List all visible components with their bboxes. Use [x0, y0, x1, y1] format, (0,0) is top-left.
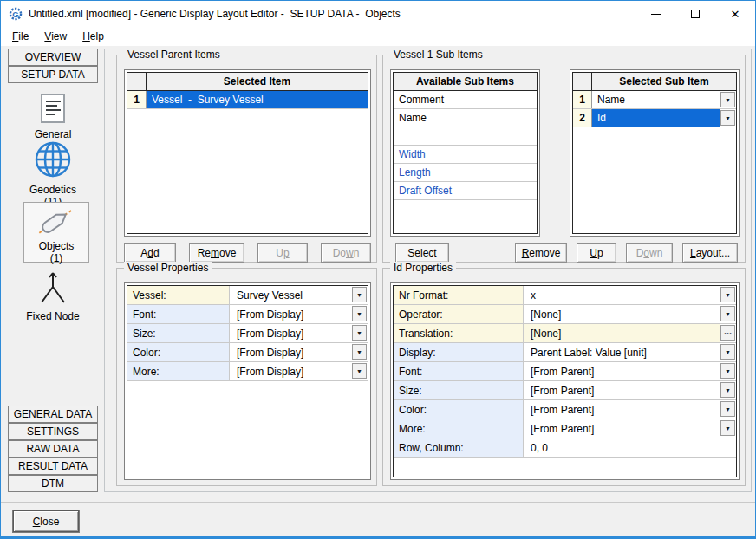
id-properties-grid: Nr Format: x ▼ Operator: [None] ▼ Transl…: [390, 282, 740, 480]
sidebar-tab-result-data[interactable]: RESULT DATA: [8, 458, 98, 475]
property-row: Translation: [None] ...: [394, 324, 736, 343]
remove-button[interactable]: Remove: [189, 243, 244, 263]
dropdown-arrow-icon[interactable]: ▼: [352, 306, 367, 321]
sidebar-item-objects[interactable]: Objects (1): [23, 202, 89, 263]
node-icon: [37, 270, 68, 306]
row-number-header: [573, 73, 592, 90]
property-value[interactable]: [From Parent]: [524, 400, 720, 419]
group-vessel-properties: Vessel Properties Vessel: Survey Vessel …: [116, 268, 377, 486]
sidebar-item-general[interactable]: General: [11, 93, 94, 140]
dropdown-arrow-icon[interactable]: ▼: [720, 363, 735, 379]
property-value[interactable]: [From Display]: [230, 305, 352, 323]
table-header: Selected Sub Item: [573, 73, 736, 91]
svg-text:G: G: [12, 10, 18, 19]
group-id-properties: Id Properties Nr Format: x ▼ Operator: […: [382, 268, 746, 486]
row-value[interactable]: Name: [592, 91, 720, 108]
dropdown-arrow-icon[interactable]: ▼: [720, 306, 735, 321]
document-icon: [39, 93, 67, 124]
available-sub-items-table: Available Sub Items Comment Name Id Widt…: [390, 69, 540, 237]
add-button[interactable]: Add: [124, 243, 176, 263]
dropdown-arrow-icon[interactable]: ▼: [720, 382, 735, 398]
minimize-icon: [651, 14, 661, 15]
property-value: 0, 0: [524, 438, 736, 457]
property-value[interactable]: [From Display]: [230, 343, 352, 361]
group-title: Id Properties: [390, 262, 456, 274]
main-area: OVERVIEW SETUP DATA General Geodetics: [1, 46, 755, 536]
dropdown-arrow-icon[interactable]: ▼: [352, 363, 367, 379]
property-row: Size: [From Parent] ▼: [394, 381, 736, 400]
property-label: Font:: [127, 305, 230, 323]
property-value[interactable]: [From Display]: [230, 362, 352, 380]
property-label: Display:: [394, 343, 524, 361]
group-vessel-sub-items: Vessel 1 Sub Items Available Sub Items C…: [382, 55, 746, 263]
table-row[interactable]: 1 Vessel - Survey Vessel: [127, 91, 368, 109]
sidebar-item-geodetics[interactable]: Geodetics (11): [11, 140, 94, 208]
table-header: Available Sub Items: [394, 73, 537, 91]
property-row: More: [From Parent] ▼: [394, 419, 736, 438]
sidebar-tab-general-data[interactable]: GENERAL DATA: [8, 406, 98, 423]
title-bar: G Untitled.xml [modified] - Generic Disp…: [1, 1, 755, 27]
select-button[interactable]: Select: [395, 243, 449, 263]
vessel-icon: [34, 206, 79, 236]
down-sub-button: Down: [626, 243, 673, 263]
property-value[interactable]: [None]: [524, 324, 720, 342]
property-value[interactable]: [None]: [524, 305, 720, 323]
minimize-button[interactable]: [635, 1, 675, 27]
property-value[interactable]: [From Parent]: [524, 419, 720, 438]
close-button[interactable]: Close: [13, 510, 79, 532]
property-row: Color: [From Display] ▼: [127, 343, 368, 362]
dropdown-arrow-icon[interactable]: ▼: [352, 287, 367, 302]
property-value[interactable]: Parent Label: Value [unit]: [524, 343, 720, 361]
table-row[interactable]: 1 Name ▼: [573, 91, 736, 109]
row-value[interactable]: Id: [592, 109, 720, 127]
ellipsis-button[interactable]: ...: [720, 325, 735, 341]
sidebar-tab-raw-data[interactable]: RAW DATA: [8, 440, 98, 458]
list-item[interactable]: Id: [394, 127, 537, 146]
sidebar-tab-dtm[interactable]: DTM: [8, 475, 98, 492]
app-gear-g-icon: G: [9, 7, 23, 21]
close-window-button[interactable]: ✕: [715, 1, 755, 27]
layout-button[interactable]: Layout...: [682, 243, 738, 263]
property-row: Nr Format: x ▼: [394, 286, 736, 305]
property-label: Vessel:: [127, 286, 230, 304]
property-value[interactable]: Survey Vessel: [230, 286, 352, 304]
property-label: Operator:: [394, 305, 524, 323]
menu-file[interactable]: File: [4, 29, 36, 44]
list-item[interactable]: Length: [394, 164, 537, 182]
row-value[interactable]: Vessel - Survey Vessel: [147, 91, 368, 108]
list-item[interactable]: Name: [394, 109, 537, 127]
row-number-header: [127, 73, 147, 90]
vessel-properties-grid: Vessel: Survey Vessel ▼ Font: [From Disp…: [124, 282, 371, 480]
menu-bar: File View Help: [1, 27, 755, 46]
sub-items-buttons: Remove Up Down Layout...: [515, 243, 738, 263]
sidebar-tab-overview[interactable]: OVERVIEW: [8, 49, 98, 66]
property-label: Size:: [394, 381, 524, 399]
remove-sub-button[interactable]: Remove: [515, 243, 567, 263]
dropdown-arrow-icon[interactable]: ▼: [720, 401, 735, 417]
property-value[interactable]: [From Parent]: [524, 381, 720, 399]
row-number: 2: [573, 109, 592, 127]
property-label: Nr Format:: [394, 286, 524, 304]
maximize-button[interactable]: [675, 1, 715, 27]
dropdown-arrow-icon[interactable]: ▼: [352, 325, 367, 341]
dropdown-arrow-icon[interactable]: ▼: [720, 110, 735, 126]
property-value[interactable]: [From Display]: [230, 324, 352, 342]
menu-help[interactable]: Help: [75, 29, 112, 44]
table-row[interactable]: 2 Id ▼: [573, 109, 736, 127]
list-item[interactable]: Draft Offset: [394, 182, 537, 200]
sidebar-tab-settings[interactable]: SETTINGS: [8, 423, 98, 440]
list-item[interactable]: Comment: [394, 91, 537, 109]
menu-view[interactable]: View: [36, 29, 75, 44]
list-item[interactable]: Width: [394, 146, 537, 164]
property-value[interactable]: [From Parent]: [524, 362, 720, 380]
dropdown-arrow-icon[interactable]: ▼: [720, 287, 735, 302]
dropdown-arrow-icon[interactable]: ▼: [352, 344, 367, 360]
property-value[interactable]: x: [524, 286, 720, 304]
dropdown-arrow-icon[interactable]: ▼: [720, 420, 735, 436]
sidebar-item-fixed-node[interactable]: Fixed Node: [11, 270, 94, 322]
up-sub-button[interactable]: Up: [577, 243, 616, 263]
row-number: 1: [573, 91, 592, 108]
dropdown-arrow-icon[interactable]: ▼: [720, 92, 735, 107]
dropdown-arrow-icon[interactable]: ▼: [720, 344, 735, 360]
sidebar-tab-setup-data[interactable]: SETUP DATA: [8, 66, 98, 83]
